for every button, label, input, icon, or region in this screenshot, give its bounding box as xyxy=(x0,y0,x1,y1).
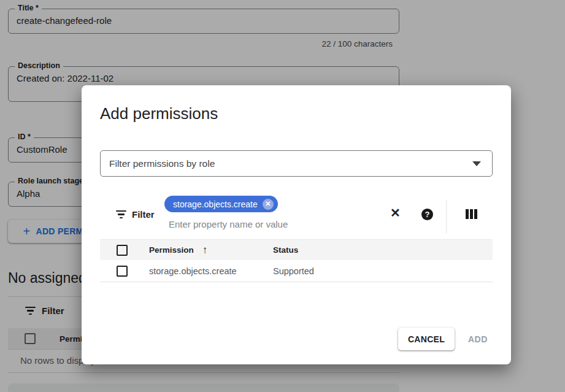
status-column-header[interactable]: Status xyxy=(273,245,298,255)
role-filter-placeholder: Filter permissions by role xyxy=(109,158,215,169)
chevron-down-icon xyxy=(472,161,481,166)
help-icon[interactable]: ? xyxy=(421,209,433,220)
status-cell: Supported xyxy=(273,266,314,276)
dialog-permissions-table: Permission ↑ Status storage.objects.crea… xyxy=(100,239,493,282)
dialog-filter-input[interactable]: Enter property name or value xyxy=(169,219,288,229)
dialog-table-header: Permission ↑ Status xyxy=(100,239,493,260)
dialog-filter-toolbar: Filter storage.objects.create ✕ Enter pr… xyxy=(100,195,493,238)
cancel-button[interactable]: CANCEL xyxy=(398,328,455,350)
select-all-checkbox[interactable] xyxy=(117,245,128,256)
add-permissions-dialog: Add permissions Filter permissions by ro… xyxy=(82,85,511,364)
filter-chip[interactable]: storage.objects.create ✕ xyxy=(164,196,278,212)
toolbar-divider xyxy=(446,200,447,234)
permission-cell: storage.objects.create xyxy=(149,266,237,276)
clear-filters-icon[interactable]: ✕ xyxy=(390,207,401,219)
filter-icon xyxy=(115,210,126,219)
dialog-filter-label: Filter xyxy=(132,209,155,220)
dialog-title: Add permissions xyxy=(100,104,218,123)
filter-chip-label: storage.objects.create xyxy=(173,199,258,209)
table-row[interactable]: storage.objects.create Supported xyxy=(100,260,493,282)
sort-ascending-icon[interactable]: ↑ xyxy=(202,244,208,256)
permission-column-header[interactable]: Permission xyxy=(149,245,194,255)
role-filter-dropdown[interactable]: Filter permissions by role xyxy=(100,150,493,177)
column-display-options-icon[interactable] xyxy=(466,209,477,219)
create-role-page: Title * create-changefeed-role 22 / 100 … xyxy=(0,0,565,392)
dialog-filter-label-group: Filter xyxy=(115,209,155,220)
add-button[interactable]: ADD xyxy=(468,328,488,350)
row-checkbox[interactable] xyxy=(117,266,128,277)
chip-remove-icon[interactable]: ✕ xyxy=(263,199,274,210)
